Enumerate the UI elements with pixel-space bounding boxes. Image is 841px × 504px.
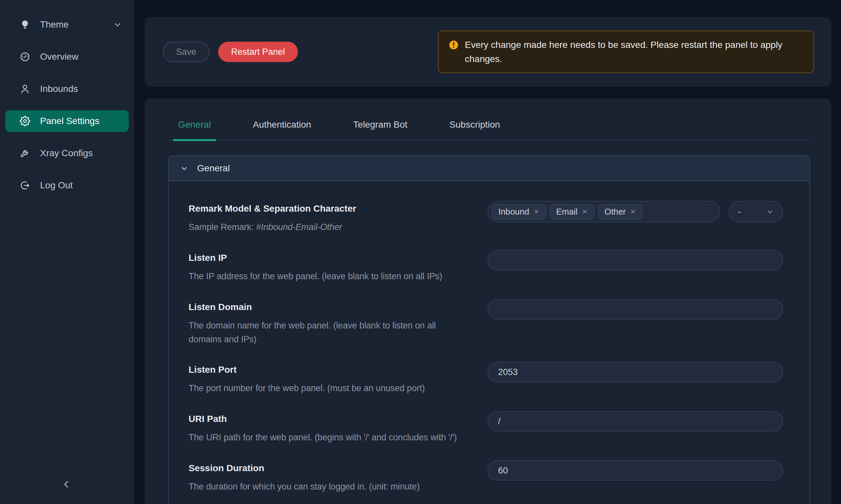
remark-model-multiselect[interactable]: Inbound Email <box>487 201 720 222</box>
settings-tabs: General Authentication Telegram Bot Subs… <box>168 120 810 141</box>
sidebar: Theme Overview Inbounds Panel Settings <box>0 0 134 504</box>
dashboard-icon <box>20 52 30 62</box>
tag-email: Email <box>550 204 594 219</box>
user-icon <box>20 84 30 94</box>
field-description: The IP address for the web panel. (leave… <box>189 270 474 284</box>
chevron-down-icon <box>180 164 189 173</box>
warning-icon <box>448 40 459 50</box>
sidebar-item-theme[interactable]: Theme <box>5 14 129 35</box>
gear-icon <box>20 116 30 126</box>
general-collapse-header[interactable]: General <box>169 156 809 181</box>
general-collapse-panel: General Remark Model & Separation Charac… <box>168 156 810 504</box>
field-description: The duration for which you can stay logg… <box>189 480 474 494</box>
main-content: Save Restart Panel Every change made her… <box>134 0 841 504</box>
sidebar-item-inbounds[interactable]: Inbounds <box>5 78 129 100</box>
bulb-icon <box>20 19 30 30</box>
form-row-listen-domain: Listen Domain The domain name for the we… <box>189 299 783 346</box>
toolbar-card: Save Restart Panel Every change made her… <box>144 17 831 87</box>
sidebar-item-log-out[interactable]: Log Out <box>5 175 129 196</box>
sidebar-item-label: Overview <box>40 52 79 62</box>
listen-ip-input[interactable] <box>487 250 783 270</box>
sidebar-item-xray-configs[interactable]: Xray Configs <box>5 142 129 164</box>
field-label: URI Path <box>189 414 474 424</box>
field-description: Sample Remark: #Inbound-Email-Other <box>189 220 474 234</box>
panel-settings-card: General Authentication Telegram Bot Subs… <box>144 98 831 504</box>
listen-port-input[interactable] <box>487 362 783 382</box>
form-row-uri-path: URI Path The URI path for the web panel.… <box>189 411 783 445</box>
chevron-down-icon <box>766 208 774 216</box>
field-label: Remark Model & Separation Character <box>189 203 474 214</box>
separator-value: - <box>738 207 741 217</box>
field-label: Session Duration <box>189 463 474 473</box>
session-duration-input[interactable] <box>487 461 783 481</box>
save-button[interactable]: Save <box>163 42 210 62</box>
tag-other: Other <box>598 204 642 219</box>
sidebar-item-label: Inbounds <box>40 84 78 94</box>
field-description: The port number for the web panel. (must… <box>189 382 474 395</box>
field-description: The URI path for the web panel. (begins … <box>189 431 474 445</box>
tag-inbound: Inbound <box>492 204 546 219</box>
field-description: The domain name for the web panel. (leav… <box>189 319 464 346</box>
sidebar-item-label: Panel Settings <box>40 116 100 126</box>
wrench-icon <box>20 148 30 159</box>
tab-general[interactable]: General <box>173 120 216 140</box>
sidebar-item-label: Xray Configs <box>40 148 93 159</box>
chevron-down-icon <box>113 20 122 29</box>
close-icon[interactable] <box>630 209 636 215</box>
general-collapse-body: Remark Model & Separation Character Samp… <box>169 181 809 504</box>
form-row-session-duration: Session Duration The duration for which … <box>189 461 783 494</box>
field-label: Listen Domain <box>189 302 474 312</box>
sidebar-item-panel-settings[interactable]: Panel Settings <box>5 110 129 132</box>
uri-path-input[interactable] <box>487 411 783 431</box>
chevron-left-icon <box>61 479 72 490</box>
listen-domain-input[interactable] <box>487 299 783 320</box>
form-row-listen-ip: Listen IP The IP address for the web pan… <box>189 250 783 284</box>
sidebar-item-label: Log Out <box>40 180 73 191</box>
separator-select[interactable]: - <box>728 201 783 222</box>
sample-remark-value: #Inbound-Email-Other <box>256 222 342 232</box>
close-icon[interactable] <box>533 209 540 215</box>
restart-panel-button[interactable]: Restart Panel <box>218 42 298 62</box>
sidebar-item-overview[interactable]: Overview <box>5 46 129 68</box>
sidebar-item-label: Theme <box>40 19 69 30</box>
field-label: Listen IP <box>189 253 474 263</box>
restart-warning-alert: Every change made here needs to be saved… <box>438 31 814 73</box>
alert-text: Every change made here needs to be saved… <box>465 38 804 66</box>
logout-icon <box>20 180 30 191</box>
tab-authentication[interactable]: Authentication <box>248 120 316 140</box>
field-label: Listen Port <box>189 364 474 375</box>
section-title: General <box>197 163 230 174</box>
tab-subscription[interactable]: Subscription <box>444 120 505 140</box>
close-icon[interactable] <box>582 209 588 215</box>
tab-telegram-bot[interactable]: Telegram Bot <box>348 120 413 140</box>
form-row-listen-port: Listen Port The port number for the web … <box>189 362 783 395</box>
sidebar-collapse-button[interactable] <box>56 474 77 495</box>
form-row-remark-model: Remark Model & Separation Character Samp… <box>189 201 783 234</box>
